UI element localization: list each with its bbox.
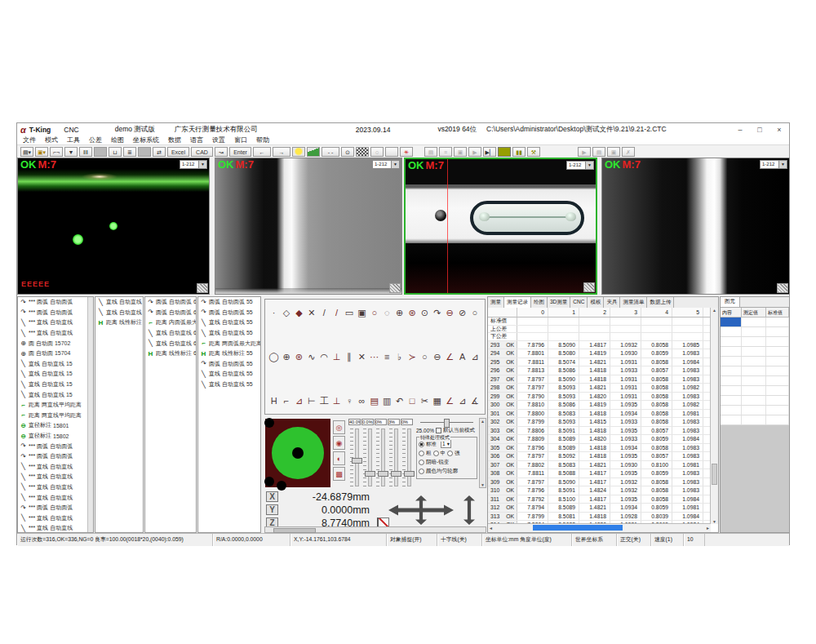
- standard-radio[interactable]: [419, 442, 424, 447]
- toolbar-button-cup[interactable]: ⊔: [109, 147, 122, 157]
- tab-测量记录[interactable]: 测量记录: [504, 297, 531, 308]
- maximize-button[interactable]: □: [750, 126, 769, 134]
- tab-测量清单[interactable]: 测量清单: [620, 297, 647, 308]
- menu-item[interactable]: 语言: [190, 135, 203, 144]
- scroll-down-icon[interactable]: ▼: [480, 482, 486, 487]
- feature-item[interactable]: ╲直线自动直线 34: [95, 308, 143, 318]
- toolbar-button-enter[interactable]: Enter: [229, 147, 251, 157]
- feature-item[interactable]: ↷圆弧自动圆弧 55: [198, 297, 260, 308]
- toolbar-button-gray-1[interactable]: [94, 147, 107, 157]
- toolbar-button-open-3[interactable]: ▣: [607, 147, 620, 157]
- toolbar-button-columns[interactable]: ‖‖: [79, 147, 92, 157]
- tool-icon[interactable]: /: [330, 306, 343, 319]
- toolbar-button-star[interactable]: ✳: [400, 147, 413, 157]
- table-row[interactable]: 309OK7.87978.50901.48171.09320.80581.098…: [488, 478, 711, 487]
- tool-icon[interactable]: ⊖: [431, 350, 443, 363]
- tool-icon[interactable]: ⊙: [419, 306, 431, 319]
- table-row[interactable]: 295OK7.88118.50741.48211.09310.80581.098…: [488, 358, 711, 367]
- light-segment-button[interactable]: ▩: [333, 467, 345, 481]
- feature-item[interactable]: ↷圆弧自动圆弧 64: [145, 308, 196, 318]
- feature-item[interactable]: ↷*** 圆弧自动圆弧: [18, 441, 93, 451]
- tool-icon[interactable]: ▥: [381, 394, 393, 407]
- tool-icon[interactable]: ⊛: [406, 306, 418, 319]
- element-row[interactable]: [721, 376, 789, 386]
- scroll-down-icon[interactable]: ▼: [711, 519, 718, 524]
- feature-item[interactable]: ⌐距离两直线平均距离: [18, 411, 93, 421]
- table-row[interactable]: 311OK7.87928.51001.48171.09350.80581.098…: [488, 495, 711, 504]
- feature-item[interactable]: ⊖直径标注15801: [18, 420, 93, 431]
- toolbar-button-shield[interactable]: ▼: [64, 147, 78, 157]
- toolbar-button-checker[interactable]: [356, 147, 369, 157]
- feature-item[interactable]: ⊖直径标注15802: [18, 431, 93, 442]
- toolbar-button-curve[interactable]: ↝: [215, 147, 228, 157]
- ring-light-preview[interactable]: [265, 419, 330, 487]
- table-row[interactable]: 304OK7.88098.50891.48201.09330.80591.098…: [488, 435, 711, 444]
- feature-item[interactable]: ↷圆弧自动圆弧 55: [198, 359, 260, 370]
- table-row[interactable]: 305OK7.87968.50891.48181.09340.80581.098…: [488, 444, 711, 453]
- table-row[interactable]: 300OK7.88108.50861.48191.09350.80581.098…: [488, 401, 711, 410]
- camera-range-dropdown[interactable]: 1-212▼: [760, 160, 787, 169]
- tool-icon[interactable]: ✂: [419, 394, 431, 407]
- z-jog-arrows[interactable]: [463, 495, 475, 525]
- tab-element[interactable]: 图元: [721, 297, 740, 307]
- toolbar-button-arrow-right[interactable]: →: [273, 147, 290, 157]
- menu-item[interactable]: 模式: [45, 135, 58, 144]
- toolbar-button-cad[interactable]: CAD: [191, 147, 213, 157]
- slider-thumb[interactable]: [444, 419, 450, 428]
- tab-夹具[interactable]: 夹具: [604, 297, 620, 308]
- tool-icon[interactable]: ⊿: [293, 394, 305, 407]
- tool-icon[interactable]: ✕: [305, 306, 317, 319]
- feature-item[interactable]: ⌐距离内圆弧最大距离: [145, 318, 196, 328]
- table-row[interactable]: 302OK7.87998.50931.48151.09330.80581.098…: [488, 418, 711, 427]
- level-radio[interactable]: [433, 451, 439, 456]
- feature-item[interactable]: ╲*** 直线自动直线: [18, 472, 93, 482]
- toolbar-button-hammer[interactable]: ⚒: [527, 147, 540, 157]
- table-row[interactable]: 312OK7.87948.50891.48211.09340.80591.098…: [488, 504, 711, 513]
- toolbar-button-play[interactable]: ▶: [468, 147, 481, 157]
- toolbar-button-fit[interactable]: ⇄: [153, 147, 166, 157]
- toolbar-button-zoom[interactable]: ⊙: [341, 147, 354, 157]
- feature-item[interactable]: ╲*** 直线自动直线: [18, 318, 93, 328]
- feature-item[interactable]: ↷圆弧自动圆弧 55: [198, 308, 260, 318]
- camera-view-2[interactable]: OKM:7 1-212▼: [215, 158, 402, 295]
- tab-绘图[interactable]: 绘图: [531, 297, 548, 308]
- menu-item[interactable]: 设置: [212, 135, 225, 144]
- level-radio[interactable]: [447, 451, 453, 456]
- minimize-button[interactable]: –: [730, 126, 750, 134]
- feature-item[interactable]: ⊕圆自动圆 15702: [18, 338, 93, 349]
- feature-item[interactable]: ╲直线自动直线 15: [18, 369, 93, 380]
- feature-item[interactable]: ╲直线自动直线 55: [198, 318, 260, 328]
- feature-item[interactable]: ╲直线自动直线 64: [145, 328, 196, 339]
- feature-item[interactable]: ╲直线自动直线 15: [18, 380, 93, 390]
- element-row[interactable]: [721, 415, 789, 425]
- tool-icon[interactable]: ⊘: [456, 306, 468, 319]
- feature-item[interactable]: H距离线性标注 55: [198, 349, 260, 359]
- tool-icon[interactable]: ∥: [343, 350, 355, 363]
- tool-icon[interactable]: ◠: [318, 350, 330, 363]
- table-row[interactable]: 306OK7.87978.50921.48181.09350.80571.098…: [488, 452, 711, 461]
- tab-3D测量[interactable]: 3D测量: [548, 297, 570, 308]
- scroll-left-icon[interactable]: ◄: [489, 526, 493, 531]
- level-radio[interactable]: [419, 451, 424, 456]
- tool-icon[interactable]: ⊖: [443, 306, 455, 319]
- feature-item[interactable]: H距离线性标注 34: [95, 318, 143, 328]
- tool-icon[interactable]: ·: [268, 306, 280, 319]
- feature-item[interactable]: ⌐距离两直线平均距离: [18, 400, 93, 411]
- toolbar-button-multi[interactable]: ≡: [439, 147, 452, 157]
- toolbar-button-open[interactable]: ▣▾: [35, 147, 48, 157]
- camera-range-dropdown[interactable]: 1-212▼: [372, 160, 400, 169]
- element-row[interactable]: [721, 357, 789, 366]
- tool-icon[interactable]: A: [456, 350, 468, 363]
- tool-icon[interactable]: ⊥: [330, 394, 343, 407]
- element-row[interactable]: [721, 327, 789, 337]
- toolbar-button-save-3[interactable]: ▤: [592, 147, 605, 157]
- camera-view-4[interactable]: OKM:7 1-212▼: [601, 158, 790, 295]
- table-row[interactable]: 310OK7.87968.50911.48241.09320.80581.098…: [488, 486, 711, 495]
- feature-item[interactable]: ╲*** 直线自动直线: [18, 523, 93, 533]
- light-segment-button[interactable]: ◉: [333, 436, 345, 450]
- tool-icon[interactable]: /: [318, 306, 330, 319]
- resize-grip-icon[interactable]: [583, 282, 595, 292]
- master-light-slider[interactable]: [420, 419, 473, 426]
- table-row[interactable]: 294OK7.88018.50801.48191.09300.80591.098…: [488, 349, 711, 358]
- resize-grip-icon[interactable]: [389, 283, 401, 293]
